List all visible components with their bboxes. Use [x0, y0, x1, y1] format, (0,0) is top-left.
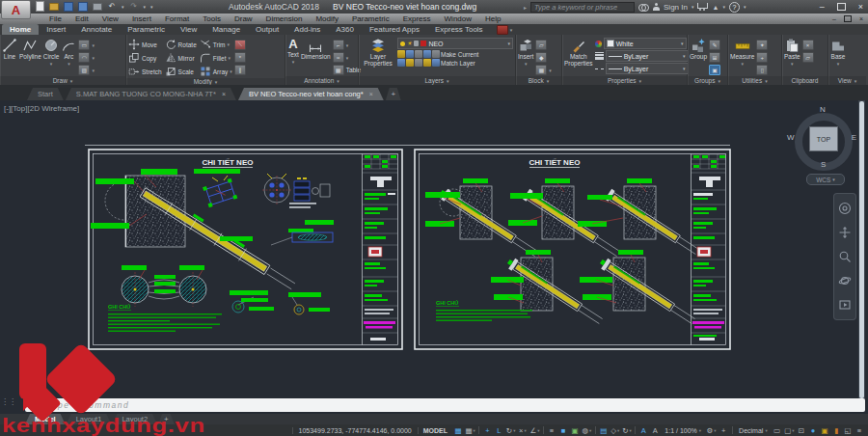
viewcube-west[interactable]: W [787, 133, 795, 142]
new-drawing-tab-button[interactable]: + [386, 88, 401, 100]
menu-file[interactable]: File [42, 14, 68, 23]
id-point-icon[interactable]: + [756, 52, 768, 63]
layout-tab-layout2[interactable]: Layout2 [112, 414, 157, 424]
doc-restore-icon[interactable] [844, 15, 852, 22]
qat-customize-icon[interactable]: ▾ [150, 4, 153, 10]
viewport-controls[interactable]: [-][Top][2D Wireframe] [4, 104, 79, 113]
ellipse-icon[interactable]: ◠ [78, 52, 90, 63]
linetype-select[interactable]: ByLayer▾ [606, 63, 689, 74]
copy-clip-icon[interactable]: ▱ [802, 52, 814, 63]
redo-dropdown-icon[interactable]: ▾ [144, 4, 147, 10]
mirror-button[interactable]: Mirror [165, 51, 197, 65]
ungroup-icon[interactable]: ✎ [709, 40, 720, 50]
infer-constraints-icon[interactable]: + [481, 425, 493, 435]
paste-button[interactable]: Paste▾ [784, 37, 800, 68]
save-as-icon[interactable] [78, 2, 88, 11]
plot-icon[interactable] [93, 2, 102, 11]
autocad-logo-icon[interactable]: A [1, 0, 31, 19]
showmotion-icon[interactable] [838, 298, 852, 312]
navigation-bar[interactable] [833, 193, 856, 320]
menu-express[interactable]: Express [396, 14, 438, 23]
ortho-icon[interactable]: L [493, 425, 504, 435]
isolate-objects-icon[interactable]: ⊡ [796, 425, 807, 435]
file-tab-neo[interactable]: BV NEO Tecco-neo viet hoan cong*× [238, 88, 384, 100]
stretch-button[interactable]: Stretch [128, 65, 162, 78]
panel-label-properties[interactable]: Properties▾ [562, 76, 687, 85]
clean-screen-icon[interactable]: ◱ [842, 425, 854, 435]
file-tab-mong-nha[interactable]: S.MAT BANG TUONG CO MONG-NHA 7T*× [66, 88, 236, 100]
group-selection-icon[interactable]: ▣ [709, 65, 720, 75]
close-button[interactable]: × [858, 2, 863, 12]
object-color-select[interactable]: White▾ [604, 38, 687, 49]
dimension-style-icon[interactable]: ≈ [333, 52, 344, 63]
isodraft-icon[interactable]: ↻▾ [504, 425, 517, 435]
tab-annotate[interactable]: Annotate [73, 24, 120, 35]
autosave-icon[interactable]: ▣ [819, 425, 830, 435]
display-settings-icon[interactable]: ▢▾ [783, 425, 796, 435]
command-window-grip[interactable]: ⋮⋮ [1, 398, 16, 405]
undo-dropdown-icon[interactable]: ▾ [122, 4, 124, 10]
help-icon[interactable]: ? [729, 2, 740, 13]
layer-walk-icon[interactable] [397, 59, 405, 67]
annotation-visibility-icon[interactable]: A [637, 425, 649, 435]
fillet-button[interactable]: Fillet▾ [200, 51, 232, 65]
ribbon-pin-tool[interactable]: ▾ [497, 24, 513, 35]
tab-home[interactable]: Home [2, 24, 39, 35]
erase-icon[interactable]: ⟍ [234, 40, 246, 50]
match-layer-icon[interactable] [432, 59, 440, 67]
exchange-dropdown-icon[interactable]: ▾ [722, 4, 725, 10]
panel-label-clipboard[interactable]: Clipboard [782, 76, 827, 85]
otrack-icon[interactable]: ×▾ [517, 425, 529, 435]
panel-label-utilities[interactable]: Utilities▾ [728, 76, 781, 85]
table-icon[interactable]: ▦ [333, 65, 344, 75]
menu-insert[interactable]: Insert [125, 14, 158, 23]
menu-tools[interactable]: Tools [196, 14, 228, 23]
tab-view[interactable]: View [173, 24, 204, 35]
ui-lock-icon[interactable]: ▭ [772, 425, 783, 435]
base-button[interactable]: Base▾ [830, 37, 846, 68]
transparency-icon[interactable]: ■ [557, 425, 569, 435]
command-prompt-text[interactable]: Type a command [46, 400, 129, 410]
osnap-icon[interactable]: ∠▾ [529, 425, 541, 435]
measure-button[interactable]: Measure▾ [730, 37, 754, 68]
layer-properties-button[interactable]: Layer Properties [361, 37, 395, 68]
cut-icon[interactable]: × [802, 40, 814, 50]
orbit-icon[interactable] [838, 274, 852, 287]
maximize-button[interactable] [837, 3, 846, 11]
panel-label-view[interactable]: View▾ [828, 76, 866, 85]
explode-icon[interactable]: * [234, 52, 246, 63]
open-file-icon[interactable] [49, 2, 59, 11]
match-properties-button[interactable]: Match Properties [564, 37, 593, 68]
tab-a360[interactable]: A360 [328, 24, 362, 35]
3d-osnap-icon[interactable]: ◍▾ [581, 425, 593, 435]
zoom-icon[interactable] [838, 250, 852, 263]
panel-label-annotation[interactable]: Annotation▾ [285, 76, 358, 85]
menu-help[interactable]: Help [478, 14, 507, 23]
offset-icon[interactable]: ∥ [234, 65, 246, 75]
trusted-locations-icon[interactable]: ▮ [830, 425, 842, 435]
array-button[interactable]: Array▾ [200, 65, 232, 78]
tab-manage[interactable]: Manage [204, 24, 248, 35]
command-line[interactable]: >_ Type a command [25, 398, 865, 412]
customize-icon[interactable]: ≡ [854, 425, 865, 435]
create-block-icon[interactable]: ◆ [535, 52, 547, 63]
make-current-button[interactable]: Make Current [441, 51, 478, 58]
insert-button[interactable]: Insert▾ [518, 37, 533, 68]
search-icon[interactable] [638, 4, 649, 11]
doc-close-icon[interactable]: × [859, 15, 863, 22]
search-input[interactable] [530, 2, 635, 13]
hatch-icon[interactable]: ▨ [78, 65, 90, 75]
menu-window[interactable]: Window [438, 14, 478, 23]
search-expand-icon[interactable]: ▸ [524, 4, 527, 11]
move-button[interactable]: Move [128, 38, 162, 51]
menu-dimension[interactable]: Dimension [259, 14, 310, 23]
sign-in-dropdown-icon[interactable]: ▾ [692, 4, 694, 10]
undo-icon[interactable]: ↶ [107, 2, 117, 11]
drawing-canvas[interactable]: CHI TIẾT NEO [0, 100, 868, 399]
text-button[interactable]: A Text▾ [287, 37, 299, 66]
scale-button[interactable]: Scale [165, 65, 197, 78]
arc-button[interactable]: Arc▾ [61, 37, 76, 68]
app-store-icon[interactable] [697, 3, 708, 9]
panel-label-draw[interactable]: Draw▾ [0, 76, 125, 85]
menu-view[interactable]: View [95, 14, 125, 23]
